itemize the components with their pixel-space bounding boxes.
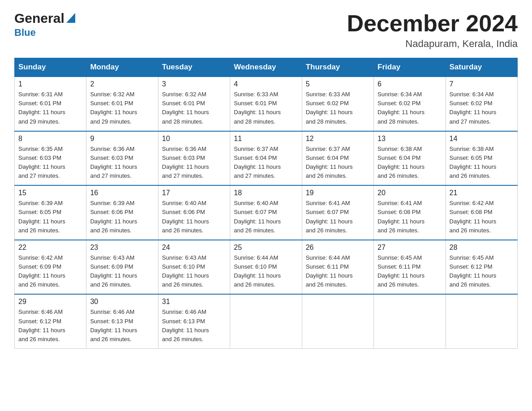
logo: General Blue: [14, 11, 75, 39]
calendar-cell: 22Sunrise: 6:42 AMSunset: 6:09 PMDayligh…: [15, 240, 86, 295]
day-info: Sunrise: 6:32 AMSunset: 6:01 PMDaylight:…: [162, 90, 226, 126]
day-header-monday: Monday: [86, 58, 158, 77]
svg-marker-0: [66, 13, 75, 23]
day-number: 16: [90, 189, 154, 197]
calendar-cell: 26Sunrise: 6:44 AMSunset: 6:11 PMDayligh…: [302, 240, 373, 295]
day-info: Sunrise: 6:41 AMSunset: 6:07 PMDaylight:…: [306, 199, 370, 235]
day-number: 19: [306, 189, 370, 197]
calendar-cell: 12Sunrise: 6:37 AMSunset: 6:04 PMDayligh…: [302, 131, 373, 186]
calendar-cell: 17Sunrise: 6:40 AMSunset: 6:06 PMDayligh…: [158, 185, 230, 240]
day-info: Sunrise: 6:33 AMSunset: 6:01 PMDaylight:…: [234, 90, 298, 126]
calendar-cell: 20Sunrise: 6:41 AMSunset: 6:08 PMDayligh…: [374, 185, 446, 240]
day-info: Sunrise: 6:43 AMSunset: 6:10 PMDaylight:…: [162, 253, 226, 290]
day-number: 27: [378, 244, 442, 252]
day-number: 21: [450, 189, 514, 197]
calendar-cell: 13Sunrise: 6:38 AMSunset: 6:04 PMDayligh…: [374, 131, 446, 186]
day-info: Sunrise: 6:33 AMSunset: 6:02 PMDaylight:…: [306, 90, 370, 126]
day-info: Sunrise: 6:44 AMSunset: 6:10 PMDaylight:…: [234, 253, 298, 290]
calendar-week-row: 8Sunrise: 6:35 AMSunset: 6:03 PMDaylight…: [15, 131, 518, 186]
calendar-cell: 28Sunrise: 6:45 AMSunset: 6:12 PMDayligh…: [446, 240, 517, 295]
calendar-week-row: 1Sunrise: 6:31 AMSunset: 6:01 PMDaylight…: [15, 77, 518, 131]
calendar-cell: 29Sunrise: 6:46 AMSunset: 6:12 PMDayligh…: [15, 294, 86, 348]
calendar-cell: 1Sunrise: 6:31 AMSunset: 6:01 PMDaylight…: [15, 77, 86, 131]
day-header-friday: Friday: [374, 58, 446, 77]
month-title: December 2024: [347, 11, 518, 36]
day-number: 3: [162, 80, 226, 88]
calendar-cell: 31Sunrise: 6:46 AMSunset: 6:13 PMDayligh…: [158, 294, 230, 348]
day-header-thursday: Thursday: [302, 58, 373, 77]
day-header-sunday: Sunday: [15, 58, 86, 77]
day-number: 24: [162, 244, 226, 252]
calendar-header-row: SundayMondayTuesdayWednesdayThursdayFrid…: [15, 58, 518, 77]
day-info: Sunrise: 6:35 AMSunset: 6:03 PMDaylight:…: [18, 145, 82, 181]
logo-icon: General: [14, 11, 75, 26]
day-info: Sunrise: 6:42 AMSunset: 6:08 PMDaylight:…: [450, 199, 514, 235]
calendar-cell: 16Sunrise: 6:39 AMSunset: 6:06 PMDayligh…: [86, 185, 158, 240]
day-number: 30: [90, 298, 154, 306]
day-info: Sunrise: 6:46 AMSunset: 6:13 PMDaylight:…: [162, 308, 226, 344]
logo-general-text: General: [14, 11, 64, 26]
location-title: Nadapuram, Kerala, India: [347, 38, 518, 50]
day-number: 2: [90, 80, 154, 88]
calendar-cell: 10Sunrise: 6:36 AMSunset: 6:03 PMDayligh…: [158, 131, 230, 186]
day-info: Sunrise: 6:34 AMSunset: 6:02 PMDaylight:…: [450, 90, 514, 126]
day-number: 20: [378, 189, 442, 197]
day-number: 7: [450, 80, 514, 88]
calendar-cell: 9Sunrise: 6:36 AMSunset: 6:03 PMDaylight…: [86, 131, 158, 186]
calendar-cell: 14Sunrise: 6:38 AMSunset: 6:05 PMDayligh…: [446, 131, 517, 186]
calendar-cell: 27Sunrise: 6:45 AMSunset: 6:11 PMDayligh…: [374, 240, 446, 295]
day-info: Sunrise: 6:38 AMSunset: 6:04 PMDaylight:…: [378, 145, 442, 181]
day-number: 1: [18, 80, 82, 88]
calendar-cell: 18Sunrise: 6:40 AMSunset: 6:07 PMDayligh…: [230, 185, 302, 240]
day-info: Sunrise: 6:37 AMSunset: 6:04 PMDaylight:…: [234, 145, 298, 181]
day-number: 6: [378, 80, 442, 88]
day-number: 22: [18, 244, 82, 252]
day-number: 17: [162, 189, 226, 197]
day-info: Sunrise: 6:45 AMSunset: 6:12 PMDaylight:…: [450, 253, 514, 290]
calendar-cell: 4Sunrise: 6:33 AMSunset: 6:01 PMDaylight…: [230, 77, 302, 131]
day-info: Sunrise: 6:46 AMSunset: 6:12 PMDaylight:…: [18, 308, 82, 344]
day-info: Sunrise: 6:32 AMSunset: 6:01 PMDaylight:…: [90, 90, 154, 126]
logo-arrow-icon: [66, 13, 75, 24]
calendar-cell: 23Sunrise: 6:43 AMSunset: 6:09 PMDayligh…: [86, 240, 158, 295]
day-info: Sunrise: 6:36 AMSunset: 6:03 PMDaylight:…: [90, 145, 154, 181]
calendar-week-row: 15Sunrise: 6:39 AMSunset: 6:05 PMDayligh…: [15, 185, 518, 240]
day-info: Sunrise: 6:34 AMSunset: 6:02 PMDaylight:…: [378, 90, 442, 126]
day-header-wednesday: Wednesday: [230, 58, 302, 77]
calendar-cell: 5Sunrise: 6:33 AMSunset: 6:02 PMDaylight…: [302, 77, 373, 131]
calendar-week-row: 29Sunrise: 6:46 AMSunset: 6:12 PMDayligh…: [15, 294, 518, 348]
day-info: Sunrise: 6:44 AMSunset: 6:11 PMDaylight:…: [306, 253, 370, 290]
page-header: General Blue December 2024 Nadapuram, Ke…: [14, 11, 518, 50]
calendar-cell: 25Sunrise: 6:44 AMSunset: 6:10 PMDayligh…: [230, 240, 302, 295]
day-number: 15: [18, 189, 82, 197]
calendar-cell: 8Sunrise: 6:35 AMSunset: 6:03 PMDaylight…: [15, 131, 86, 186]
calendar-cell: 15Sunrise: 6:39 AMSunset: 6:05 PMDayligh…: [15, 185, 86, 240]
day-number: 4: [234, 80, 298, 88]
day-number: 12: [306, 135, 370, 143]
day-number: 13: [378, 135, 442, 143]
calendar-cell: [446, 294, 517, 348]
day-number: 23: [90, 244, 154, 252]
logo-blue-text: Blue: [14, 27, 36, 39]
day-info: Sunrise: 6:39 AMSunset: 6:05 PMDaylight:…: [18, 199, 82, 235]
day-info: Sunrise: 6:40 AMSunset: 6:06 PMDaylight:…: [162, 199, 226, 235]
calendar-cell: 19Sunrise: 6:41 AMSunset: 6:07 PMDayligh…: [302, 185, 373, 240]
day-number: 9: [90, 135, 154, 143]
calendar-cell: [302, 294, 373, 348]
calendar-cell: 21Sunrise: 6:42 AMSunset: 6:08 PMDayligh…: [446, 185, 517, 240]
day-number: 26: [306, 244, 370, 252]
day-number: 25: [234, 244, 298, 252]
day-number: 29: [18, 298, 82, 306]
day-info: Sunrise: 6:31 AMSunset: 6:01 PMDaylight:…: [18, 90, 82, 126]
day-number: 11: [234, 135, 298, 143]
calendar-cell: [230, 294, 302, 348]
calendar-cell: 2Sunrise: 6:32 AMSunset: 6:01 PMDaylight…: [86, 77, 158, 131]
calendar-cell: 6Sunrise: 6:34 AMSunset: 6:02 PMDaylight…: [374, 77, 446, 131]
day-number: 10: [162, 135, 226, 143]
calendar-cell: 11Sunrise: 6:37 AMSunset: 6:04 PMDayligh…: [230, 131, 302, 186]
day-number: 31: [162, 298, 226, 306]
day-info: Sunrise: 6:36 AMSunset: 6:03 PMDaylight:…: [162, 145, 226, 181]
day-number: 14: [450, 135, 514, 143]
day-number: 18: [234, 189, 298, 197]
day-info: Sunrise: 6:43 AMSunset: 6:09 PMDaylight:…: [90, 253, 154, 290]
